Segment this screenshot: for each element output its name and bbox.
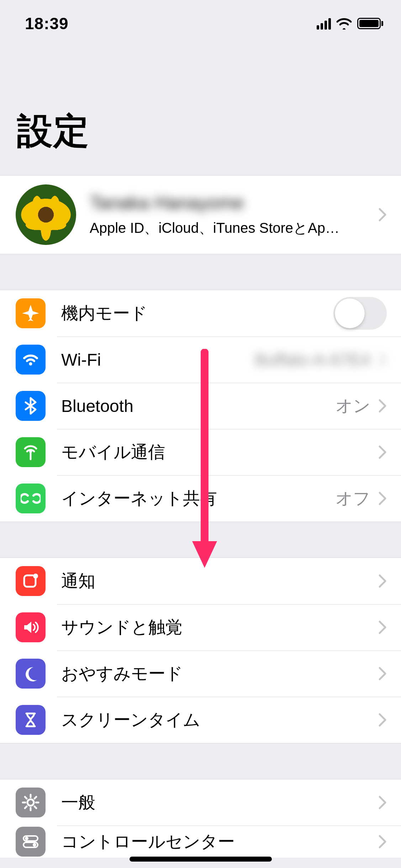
dnd-row[interactable]: おやすみモード <box>0 650 401 697</box>
airplane-icon <box>16 298 46 328</box>
sounds-label: サウンドと触覚 <box>61 616 370 639</box>
appleid-subtitle: Apple ID、iCloud、iTunes StoreとApp S… <box>90 218 346 238</box>
title-block: 設定 <box>0 47 401 175</box>
status-indicators <box>317 17 383 30</box>
airplane-label: 機内モード <box>61 302 333 325</box>
dnd-label: おやすみモード <box>61 662 370 685</box>
bluetooth-row[interactable]: Bluetooth オン <box>0 383 401 429</box>
svg-point-14 <box>25 837 28 840</box>
chevron-right-icon <box>378 713 387 727</box>
wifi-row[interactable]: Wi-Fi Buffalo-A-67E4 <box>0 336 401 383</box>
link-icon <box>16 483 46 513</box>
chevron-right-icon <box>378 399 387 413</box>
notifications-icon <box>16 566 46 596</box>
general-label: 一般 <box>61 791 370 814</box>
wifi-label: Wi-Fi <box>61 350 255 370</box>
hotspot-row[interactable]: インターネット共有 オフ <box>0 475 401 522</box>
appleid-section: Tanaka Hanayome Apple ID、iCloud、iTunes S… <box>0 175 401 254</box>
sounds-row[interactable]: サウンドと触覚 <box>0 604 401 650</box>
system-section: 一般 コントロールセンター <box>0 779 401 858</box>
screentime-label: スクリーンタイム <box>61 708 370 731</box>
svg-point-1 <box>29 450 32 453</box>
notifications-label: 通知 <box>61 570 370 592</box>
battery-icon <box>357 18 383 29</box>
general-row[interactable]: 一般 <box>0 779 401 826</box>
svg-line-10 <box>35 806 36 808</box>
cellular-row[interactable]: モバイル通信 <box>0 429 401 475</box>
cellular-signal-icon <box>317 17 331 30</box>
chevron-right-icon <box>378 208 387 222</box>
chevron-right-icon <box>378 574 387 588</box>
bluetooth-icon <box>16 391 46 421</box>
antenna-icon <box>16 437 46 467</box>
wifi-row-icon <box>16 345 46 375</box>
chevron-right-icon <box>378 835 387 849</box>
controlcenter-row[interactable]: コントロールセンター <box>0 826 401 858</box>
airplane-toggle[interactable] <box>333 297 387 330</box>
chevron-right-icon <box>378 620 387 634</box>
chevron-right-icon <box>378 795 387 810</box>
hotspot-value: オフ <box>336 487 370 510</box>
screentime-row[interactable]: スクリーンタイム <box>0 697 401 743</box>
home-indicator <box>130 857 272 862</box>
appleid-row[interactable]: Tanaka Hanayome Apple ID、iCloud、iTunes S… <box>0 176 401 254</box>
status-time: 18:39 <box>25 14 69 33</box>
svg-line-9 <box>25 797 27 799</box>
speaker-icon <box>16 612 46 642</box>
svg-point-16 <box>33 843 36 847</box>
svg-point-0 <box>29 362 32 366</box>
page-title: 設定 <box>17 108 384 156</box>
hourglass-icon <box>16 705 46 735</box>
notifications-row[interactable]: 通知 <box>0 558 401 604</box>
avatar <box>16 184 76 245</box>
cellular-label: モバイル通信 <box>61 441 370 464</box>
chevron-right-icon <box>378 445 387 459</box>
chevron-right-icon <box>378 666 387 681</box>
moon-icon <box>16 659 46 689</box>
svg-point-4 <box>27 799 34 806</box>
switches-icon <box>16 827 46 857</box>
connectivity-section: 機内モード Wi-Fi Buffalo-A-67E4 Bluetooth オン … <box>0 290 401 522</box>
attention-section: 通知 サウンドと触覚 おやすみモード スクリーンタイム <box>0 558 401 743</box>
svg-line-12 <box>25 806 27 808</box>
chevron-right-icon <box>378 352 387 367</box>
gear-icon <box>16 788 46 817</box>
wifi-value: Buffalo-A-67E4 <box>255 350 370 370</box>
chevron-right-icon <box>378 491 387 506</box>
svg-line-11 <box>35 797 36 799</box>
appleid-name: Tanaka Hanayome <box>90 192 370 213</box>
status-bar: 18:39 <box>0 0 401 47</box>
controlcenter-label: コントロールセンター <box>61 830 370 853</box>
svg-point-3 <box>33 574 38 579</box>
wifi-icon <box>336 17 352 30</box>
airplane-mode-row[interactable]: 機内モード <box>0 290 401 336</box>
hotspot-label: インターネット共有 <box>61 487 336 510</box>
bluetooth-label: Bluetooth <box>61 396 336 416</box>
bluetooth-value: オン <box>336 394 370 417</box>
